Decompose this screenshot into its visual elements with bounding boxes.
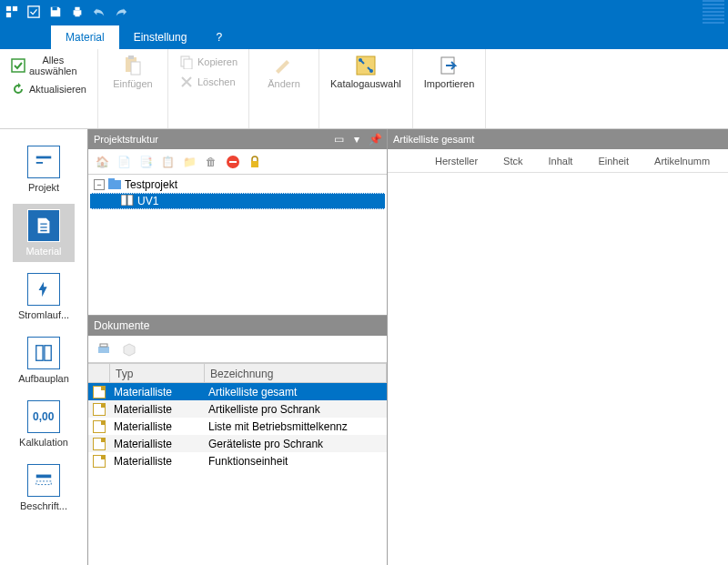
select-all-button[interactable]: Alles auswählen xyxy=(7,53,90,78)
refresh-button[interactable]: Aktualisieren xyxy=(7,80,90,98)
cell-typ: Materialliste xyxy=(110,438,205,450)
cell-typ: Materialliste xyxy=(110,455,205,468)
import-label: Importieren xyxy=(424,78,475,89)
side-nav: Projekt Material Stromlauf... Aufbauplan… xyxy=(0,129,87,565)
tb-icon-3[interactable]: 📋 xyxy=(159,154,176,170)
tb-icon-2[interactable]: 📑 xyxy=(137,154,154,170)
catalog-button[interactable]: Katalogauswahl xyxy=(327,53,405,91)
sidenav-label: Material xyxy=(15,246,73,257)
sidenav-aufbauplan[interactable]: Aufbauplan xyxy=(13,331,75,389)
box-icon[interactable] xyxy=(121,341,137,358)
svg-rect-4 xyxy=(53,7,57,11)
sidenav-label: Projekt xyxy=(15,182,73,193)
main-area: Projekt Material Stromlauf... Aufbauplan… xyxy=(0,129,728,565)
svg-point-15 xyxy=(359,58,362,62)
tree-child-label: UV1 xyxy=(137,195,158,207)
doc-icon xyxy=(88,403,110,416)
svg-rect-3 xyxy=(28,6,39,17)
cell-typ: Materialliste xyxy=(110,403,205,416)
svg-rect-2 xyxy=(6,13,11,17)
edit-icon xyxy=(273,55,295,76)
dokumente-toolbar xyxy=(88,336,387,363)
dokumente-header: Dokumente xyxy=(88,316,387,336)
cell-typ: Materialliste xyxy=(110,420,205,433)
window-pos-icon[interactable]: ▭ xyxy=(332,133,345,146)
cell-bez: Artikelliste gesamt xyxy=(205,386,387,399)
table-row[interactable]: MateriallisteArtikelliste pro Schrank xyxy=(88,400,387,418)
svg-rect-10 xyxy=(128,55,134,59)
expand-icon[interactable]: − xyxy=(94,179,105,190)
svg-rect-7 xyxy=(75,14,79,17)
svg-rect-31 xyxy=(127,195,133,206)
cell-bez: Artikelliste pro Schrank xyxy=(205,403,387,416)
col-typ[interactable]: Typ xyxy=(110,364,205,382)
sidenav-beschrift[interactable]: Beschrift... xyxy=(13,459,75,517)
sidenav-material[interactable]: Material xyxy=(13,204,75,262)
pin-icon[interactable]: 📌 xyxy=(369,133,381,146)
import-button[interactable]: Importieren xyxy=(420,53,479,91)
tb-icon-4[interactable]: 📁 xyxy=(181,154,197,170)
undo-icon[interactable] xyxy=(91,4,107,20)
dropdown-icon[interactable]: ▾ xyxy=(350,133,363,146)
tab-help[interactable]: ? xyxy=(201,25,237,49)
col-hersteller[interactable]: Hersteller xyxy=(435,156,478,166)
catalog-icon xyxy=(355,55,377,76)
table-row[interactable]: MateriallisteFunktionseinheit xyxy=(88,452,387,469)
svg-rect-19 xyxy=(36,162,43,164)
svg-text:0,00: 0,00 xyxy=(33,410,55,423)
svg-rect-32 xyxy=(98,347,109,353)
sidenav-label: Beschrift... xyxy=(15,500,73,511)
copy-button[interactable]: Kopieren xyxy=(176,53,241,71)
title-bar xyxy=(0,0,728,24)
tb-icon-1[interactable]: 📄 xyxy=(116,154,132,170)
print-icon[interactable] xyxy=(69,4,86,20)
svg-rect-0 xyxy=(6,6,11,11)
delete-label: Löschen xyxy=(197,76,236,87)
svg-rect-29 xyxy=(108,178,115,182)
svg-rect-27 xyxy=(251,161,258,167)
projektstruktur-toolbar: 🏠 📄 📑 📋 📁 🗑 xyxy=(88,149,387,175)
sidenav-label: Stromlauf... xyxy=(15,309,73,320)
dokumente-title: Dokumente xyxy=(94,319,149,332)
table-row[interactable]: MateriallisteListe mit Betriebsmittelken… xyxy=(88,418,387,435)
select-all-label: Alles auswählen xyxy=(29,55,77,76)
doc-icon xyxy=(88,455,110,468)
right-pane: Artikelliste gesamt Hersteller Stck Inha… xyxy=(388,129,728,565)
checkbox-icon[interactable] xyxy=(25,4,42,20)
cell-typ: Materialliste xyxy=(110,386,205,399)
sidenav-kalkulation[interactable]: 0,00 Kalkulation xyxy=(13,395,75,453)
svg-rect-23 xyxy=(36,475,52,479)
svg-rect-18 xyxy=(36,156,52,159)
stop-icon[interactable] xyxy=(225,154,241,170)
import-icon xyxy=(439,55,460,76)
paste-button[interactable]: Einfügen xyxy=(106,53,160,91)
col-einheit[interactable]: Einheit xyxy=(598,156,629,166)
col-bez[interactable]: Bezeichnung xyxy=(205,364,387,382)
tab-einstellung[interactable]: Einstellung xyxy=(119,25,202,49)
table-row[interactable]: MateriallisteGeräteliste pro Schrank xyxy=(88,435,387,452)
sidenav-stromlauf[interactable]: Stromlauf... xyxy=(13,267,75,326)
edit-button[interactable]: Ändern xyxy=(257,53,311,91)
col-inhalt[interactable]: Inhalt xyxy=(548,156,572,166)
sidenav-projekt[interactable]: Projekt xyxy=(13,140,75,198)
delete-button[interactable]: Löschen xyxy=(176,73,241,91)
node-icon xyxy=(121,195,134,208)
redo-icon[interactable] xyxy=(113,4,129,20)
tree-root[interactable]: − Testprojekt xyxy=(90,177,385,193)
svg-rect-20 xyxy=(36,346,43,361)
print-doc-icon[interactable] xyxy=(96,341,112,358)
svg-rect-30 xyxy=(121,195,126,206)
tree-child[interactable]: UV1 xyxy=(90,193,385,209)
home-icon[interactable]: 🏠 xyxy=(94,154,110,170)
save-icon[interactable] xyxy=(47,4,64,20)
col-artikelnumm[interactable]: Artikelnumm xyxy=(654,156,710,166)
tab-material[interactable]: Material xyxy=(51,25,119,49)
table-row[interactable]: MateriallisteArtikelliste gesamt xyxy=(88,383,387,400)
tb-icon-5[interactable]: 🗑 xyxy=(203,154,219,170)
col-stck[interactable]: Stck xyxy=(503,156,522,166)
app-icon[interactable] xyxy=(4,4,20,20)
svg-rect-33 xyxy=(100,344,107,347)
svg-rect-24 xyxy=(36,481,52,485)
svg-rect-6 xyxy=(75,7,79,11)
lock-icon[interactable] xyxy=(247,154,263,170)
